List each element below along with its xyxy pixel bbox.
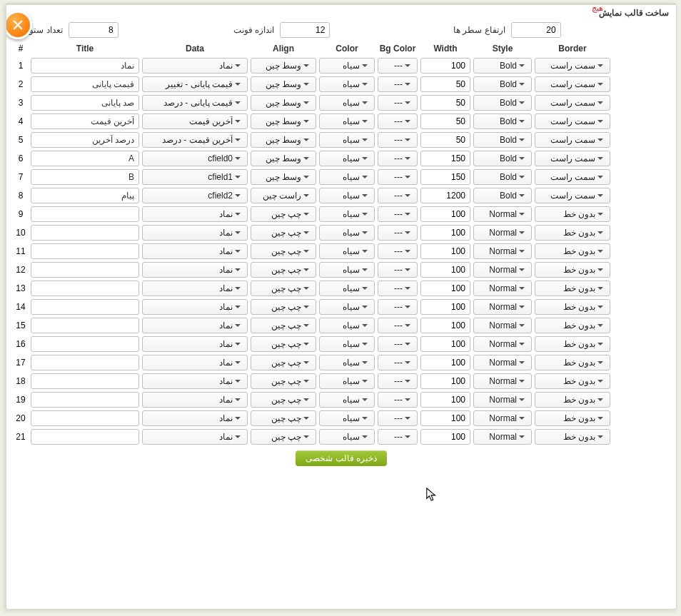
- border-combo[interactable]: بدون خط: [535, 281, 610, 296]
- style-combo[interactable]: Normal: [473, 206, 532, 222]
- align-combo[interactable]: چپ چین: [251, 410, 316, 426]
- color-combo[interactable]: سیاه: [319, 188, 375, 203]
- data-combo[interactable]: نماد: [142, 355, 248, 370]
- style-combo[interactable]: Bold: [473, 95, 532, 111]
- data-combo[interactable]: نماد: [142, 410, 248, 426]
- bgcolor-combo[interactable]: ---: [378, 76, 418, 92]
- style-combo[interactable]: Normal: [473, 225, 532, 241]
- align-combo[interactable]: چپ چین: [251, 243, 316, 259]
- fontsize-input[interactable]: [280, 22, 330, 38]
- bgcolor-combo[interactable]: ---: [378, 169, 418, 185]
- border-combo[interactable]: سمت راست: [535, 58, 610, 74]
- bgcolor-combo[interactable]: ---: [378, 243, 418, 259]
- data-combo[interactable]: نماد: [142, 225, 248, 241]
- color-combo[interactable]: سیاه: [319, 76, 375, 92]
- title-input[interactable]: [31, 132, 139, 148]
- width-input[interactable]: [420, 318, 470, 333]
- title-input[interactable]: [31, 58, 139, 74]
- align-combo[interactable]: وسط چین: [251, 95, 316, 111]
- bgcolor-combo[interactable]: ---: [378, 58, 418, 74]
- title-input[interactable]: [31, 392, 139, 408]
- bgcolor-combo[interactable]: ---: [378, 113, 418, 129]
- border-combo[interactable]: بدون خط: [535, 429, 610, 445]
- width-input[interactable]: [420, 132, 470, 148]
- data-combo[interactable]: آخرین قیمت - درصد: [142, 132, 248, 148]
- border-combo[interactable]: بدون خط: [535, 206, 610, 222]
- data-combo[interactable]: نماد: [142, 373, 248, 389]
- style-combo[interactable]: Bold: [473, 58, 532, 74]
- title-input[interactable]: [31, 410, 139, 426]
- width-input[interactable]: [420, 373, 470, 389]
- data-combo[interactable]: نماد: [142, 243, 248, 259]
- align-combo[interactable]: چپ چین: [251, 336, 316, 352]
- border-combo[interactable]: سمت راست: [535, 169, 610, 185]
- save-template-button[interactable]: ذخیره قالب شخصی: [296, 450, 387, 466]
- rowheight-input[interactable]: [511, 22, 561, 38]
- style-combo[interactable]: Normal: [473, 336, 532, 352]
- color-combo[interactable]: سیاه: [319, 243, 375, 259]
- border-combo[interactable]: بدون خط: [535, 225, 610, 241]
- width-input[interactable]: [420, 206, 470, 222]
- style-combo[interactable]: Bold: [473, 113, 532, 129]
- color-combo[interactable]: سیاه: [319, 132, 375, 148]
- border-combo[interactable]: بدون خط: [535, 355, 610, 370]
- align-combo[interactable]: وسط چین: [251, 169, 316, 185]
- title-input[interactable]: [31, 95, 139, 111]
- bgcolor-combo[interactable]: ---: [378, 373, 418, 389]
- title-input[interactable]: [31, 188, 139, 203]
- width-input[interactable]: [420, 355, 470, 370]
- border-combo[interactable]: بدون خط: [535, 392, 610, 408]
- bgcolor-combo[interactable]: ---: [378, 299, 418, 315]
- align-combo[interactable]: چپ چین: [251, 318, 316, 333]
- style-combo[interactable]: Normal: [473, 373, 532, 389]
- style-combo[interactable]: Normal: [473, 410, 532, 426]
- bgcolor-combo[interactable]: ---: [378, 281, 418, 296]
- bgcolor-combo[interactable]: ---: [378, 95, 418, 111]
- color-combo[interactable]: سیاه: [319, 113, 375, 129]
- color-combo[interactable]: سیاه: [319, 373, 375, 389]
- width-input[interactable]: [420, 243, 470, 259]
- title-input[interactable]: [31, 373, 139, 389]
- color-combo[interactable]: سیاه: [319, 336, 375, 352]
- border-combo[interactable]: بدون خط: [535, 243, 610, 259]
- width-input[interactable]: [420, 410, 470, 426]
- bgcolor-combo[interactable]: ---: [378, 429, 418, 445]
- width-input[interactable]: [420, 336, 470, 352]
- border-combo[interactable]: سمت راست: [535, 113, 610, 129]
- width-input[interactable]: [420, 262, 470, 278]
- title-input[interactable]: [31, 262, 139, 278]
- title-input[interactable]: [31, 151, 139, 166]
- border-combo[interactable]: بدون خط: [535, 262, 610, 278]
- border-combo[interactable]: بدون خط: [535, 299, 610, 315]
- title-input[interactable]: [31, 243, 139, 259]
- columns-input[interactable]: [69, 22, 118, 38]
- bgcolor-combo[interactable]: ---: [378, 206, 418, 222]
- title-input[interactable]: [31, 169, 139, 185]
- width-input[interactable]: [420, 429, 470, 445]
- color-combo[interactable]: سیاه: [319, 355, 375, 370]
- title-input[interactable]: [31, 76, 139, 92]
- border-combo[interactable]: سمت راست: [535, 132, 610, 148]
- data-combo[interactable]: cfield2: [142, 188, 248, 203]
- data-combo[interactable]: نماد: [142, 392, 248, 408]
- bgcolor-combo[interactable]: ---: [378, 132, 418, 148]
- color-combo[interactable]: سیاه: [319, 262, 375, 278]
- style-combo[interactable]: Normal: [473, 318, 532, 333]
- data-combo[interactable]: قیمت پایانی - درصد: [142, 95, 248, 111]
- title-input[interactable]: [31, 281, 139, 296]
- color-combo[interactable]: سیاه: [319, 169, 375, 185]
- align-combo[interactable]: چپ چین: [251, 281, 316, 296]
- border-combo[interactable]: سمت راست: [535, 76, 610, 92]
- border-combo[interactable]: بدون خط: [535, 410, 610, 426]
- style-combo[interactable]: Bold: [473, 151, 532, 166]
- border-combo[interactable]: بدون خط: [535, 336, 610, 352]
- bgcolor-combo[interactable]: ---: [378, 336, 418, 352]
- width-input[interactable]: [420, 392, 470, 408]
- bgcolor-combo[interactable]: ---: [378, 188, 418, 203]
- align-combo[interactable]: چپ چین: [251, 225, 316, 241]
- style-combo[interactable]: Normal: [473, 243, 532, 259]
- color-combo[interactable]: سیاه: [319, 318, 375, 333]
- title-input[interactable]: [31, 225, 139, 241]
- width-input[interactable]: [420, 76, 470, 92]
- data-combo[interactable]: نماد: [142, 262, 248, 278]
